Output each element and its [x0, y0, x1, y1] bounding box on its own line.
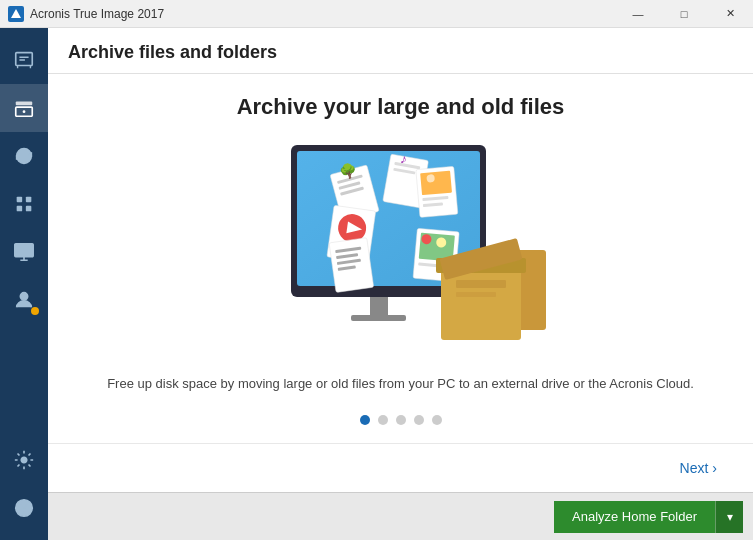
sidebar-item-help[interactable] [0, 484, 48, 532]
sidebar-item-settings[interactable] [0, 436, 48, 484]
svg-rect-26 [420, 171, 452, 196]
analyze-home-folder-button[interactable]: Analyze Home Folder [554, 501, 715, 533]
window-controls: — □ ✕ [615, 0, 753, 28]
content-area: Archive files and folders Archive your l… [48, 28, 753, 540]
maximize-button[interactable]: □ [661, 0, 707, 28]
svg-rect-33 [329, 238, 374, 293]
svg-rect-1 [16, 102, 33, 106]
next-button[interactable]: Next › [668, 452, 729, 484]
svg-rect-0 [16, 53, 33, 66]
sidebar-item-sync[interactable] [0, 132, 48, 180]
sidebar-item-archive[interactable] [0, 84, 48, 132]
dot-2[interactable] [378, 415, 388, 425]
svg-rect-49 [456, 280, 506, 288]
dot-4[interactable] [414, 415, 424, 425]
minimize-button[interactable]: — [615, 0, 661, 28]
sidebar-item-account[interactable] [0, 276, 48, 324]
svg-rect-8 [15, 244, 33, 257]
sidebar-item-backup[interactable] [0, 36, 48, 84]
svg-rect-44 [351, 315, 406, 321]
app-title: Acronis True Image 2017 [30, 7, 164, 21]
dropdown-arrow-icon: ▾ [727, 510, 733, 524]
dot-1[interactable] [360, 415, 370, 425]
main-content: Archive your large and old files [48, 74, 753, 415]
svg-rect-50 [456, 292, 496, 297]
svg-point-3 [23, 110, 26, 113]
svg-point-12 [23, 512, 24, 513]
analyze-dropdown-button[interactable]: ▾ [715, 501, 743, 533]
archive-illustration: 🌳 ♪ [271, 140, 531, 350]
sidebar [0, 28, 48, 540]
title-bar-left: Acronis True Image 2017 [8, 6, 164, 22]
pagination-dots [360, 415, 442, 425]
dot-5[interactable] [432, 415, 442, 425]
sidebar-item-tools[interactable] [0, 180, 48, 228]
description-text: Free up disk space by moving large or ol… [107, 374, 694, 394]
bottom-bar: Analyze Home Folder ▾ [48, 492, 753, 540]
sidebar-item-monitor[interactable] [0, 228, 48, 276]
svg-rect-7 [26, 206, 32, 212]
svg-rect-5 [26, 197, 32, 203]
svg-rect-6 [17, 206, 23, 212]
svg-rect-43 [370, 297, 388, 317]
app-body: Archive files and folders Archive your l… [0, 28, 753, 540]
svg-point-10 [21, 457, 27, 463]
close-button[interactable]: ✕ [707, 0, 753, 28]
app-icon [8, 6, 24, 22]
notification-dot [31, 307, 39, 315]
section-title: Archive your large and old files [237, 94, 565, 120]
nav-row: Next › [48, 443, 753, 492]
svg-rect-4 [17, 197, 23, 203]
page-header: Archive files and folders [48, 28, 753, 74]
page-title: Archive files and folders [68, 42, 277, 62]
title-bar: Acronis True Image 2017 — □ ✕ [0, 0, 753, 28]
dot-3[interactable] [396, 415, 406, 425]
svg-point-9 [20, 293, 27, 300]
